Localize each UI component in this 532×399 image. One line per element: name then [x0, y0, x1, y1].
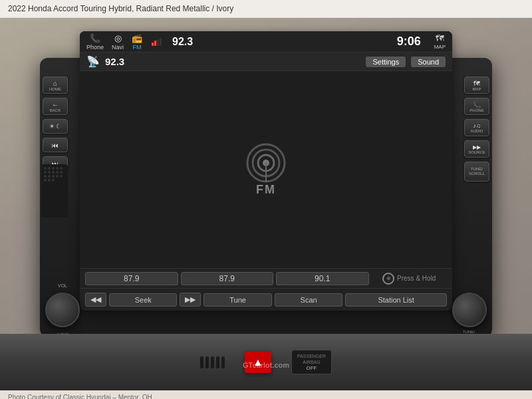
- map-topbar-icon: 🗺: [436, 33, 444, 43]
- watermark-text: GTcarlot.com: [243, 361, 289, 369]
- phone-label: PHONE: [469, 108, 483, 112]
- left-nav-cluster: ⌂ HOME ← BACK ☀ ☾ ⏮ ⏭: [43, 76, 68, 171]
- map-button[interactable]: 🗺 MAP: [464, 76, 489, 94]
- center-vents: [200, 356, 225, 368]
- back-icon: ←: [52, 101, 59, 108]
- clock-display: 9:06: [397, 35, 421, 49]
- seek-back-button[interactable]: ◀◀: [85, 293, 106, 307]
- fm-antenna-icon: [243, 143, 289, 183]
- page-title: 2022 Honda Accord Touring Hybrid, Radian…: [8, 4, 233, 13]
- airbag-indicator: PASSENGER AIRBAG OFF: [291, 350, 332, 374]
- settings-button[interactable]: Settings: [366, 57, 406, 67]
- footer-bar: Photo Courtesy of Classic Hyundai – Ment…: [0, 390, 532, 399]
- phone-button[interactable]: 📞 PHONE: [464, 98, 489, 115]
- photo-area: ⌂ HOME ← BACK ☀ ☾ ⏮ ⏭: [0, 18, 532, 390]
- screen-bezel: 📞 Phone ◎ Navi 📻 FM 92.3: [80, 31, 452, 311]
- infotainment-screen: 📞 Phone ◎ Navi 📻 FM 92.3: [80, 31, 452, 311]
- antenna-icon: 📡: [86, 55, 100, 68]
- navi-tab-icon: ◎: [114, 33, 122, 43]
- fm-tab-label: FM: [133, 44, 142, 51]
- footer-credit: Photo Courtesy of Classic Hyundai – Ment…: [8, 394, 152, 400]
- map-label: MAP: [472, 87, 481, 91]
- home-icon: ⌂: [53, 80, 57, 87]
- right-nav-cluster: 🗺 MAP 📞 PHONE ♪♫ AUDIO ▶▶ SOURCE TUNE/SC…: [464, 76, 489, 182]
- brightness-button[interactable]: ☀ ☾: [43, 119, 68, 134]
- map-topbar-label: MAP: [434, 44, 446, 50]
- brightness-icon: ☀ ☾: [49, 123, 62, 130]
- current-station-freq: 92.3: [105, 56, 124, 67]
- audio-icon: ♪♫: [473, 122, 480, 129]
- screen-main-area: FM: [80, 71, 452, 268]
- preset-1[interactable]: 87.9: [85, 272, 178, 285]
- back-button[interactable]: ← BACK: [43, 98, 68, 115]
- phone-icon: 📞: [473, 101, 481, 108]
- tune-scroll-button[interactable]: TUNE/SCROLL: [464, 162, 489, 182]
- seek-fwd-button[interactable]: ▶▶: [180, 293, 201, 307]
- navi-tab[interactable]: ◎ Navi: [112, 33, 124, 51]
- source-label: SOURCE: [468, 150, 485, 154]
- navi-tab-label: Navi: [112, 44, 124, 51]
- map-icon: 🗺: [473, 80, 480, 87]
- press-hold-area: ⊕ Press & Hold: [372, 273, 448, 285]
- prev-track-icon: ⏮: [52, 142, 59, 149]
- scan-button[interactable]: Scan: [275, 293, 342, 307]
- watermark-overlay: GTcarlot.com: [243, 358, 289, 370]
- home-label: HOME: [49, 87, 61, 91]
- fm-text-label: FM: [256, 183, 276, 197]
- fm-logo: FM: [243, 143, 289, 197]
- phone-tab-label: Phone: [86, 44, 104, 51]
- phone-tab[interactable]: 📞 Phone: [86, 33, 104, 51]
- press-hold-label: Press & Hold: [397, 275, 436, 282]
- airbag-label: PASSENGER AIRBAG: [297, 353, 326, 365]
- tune-scroll-label: TUNE/SCROLL: [469, 167, 485, 176]
- back-label: BACK: [50, 108, 61, 112]
- station-list-button[interactable]: Station List: [345, 293, 447, 307]
- audio-label: AUDIO: [470, 129, 483, 133]
- main-frequency: 92.3: [172, 36, 193, 48]
- vol-knob[interactable]: VOL AUDIO: [45, 293, 80, 327]
- seek-button[interactable]: Seek: [109, 293, 177, 307]
- preset-2[interactable]: 87.9: [181, 272, 274, 285]
- controls-row: ◀◀ Seek ▶▶ Tune Scan Station List: [80, 288, 452, 311]
- screen-topbar: 📞 Phone ◎ Navi 📻 FM 92.3: [80, 31, 452, 53]
- prev-track-button[interactable]: ⏮: [43, 138, 68, 152]
- source-button[interactable]: ▶▶ SOURCE: [464, 140, 489, 158]
- airbag-status: OFF: [297, 365, 326, 371]
- screen-secondbar: 📡 92.3 Settings Sound: [80, 53, 452, 71]
- phone-tab-icon: 📞: [90, 33, 100, 43]
- tune-scroll-knob[interactable]: TUNE/SCROLL: [452, 293, 487, 327]
- home-button[interactable]: ⌂ HOME: [43, 76, 68, 94]
- vol-knob-label: VOL: [45, 283, 80, 288]
- hold-circle-icon: ⊕: [382, 273, 394, 285]
- fm-tab[interactable]: 📻 FM: [132, 33, 142, 51]
- sound-button[interactable]: Sound: [411, 57, 446, 67]
- page-header: 2022 Honda Accord Touring Hybrid, Radian…: [0, 0, 532, 18]
- preset-3[interactable]: 90.1: [276, 272, 369, 285]
- source-icon: ▶▶: [473, 144, 481, 150]
- signal-strength: [152, 38, 162, 46]
- fm-tab-icon: 📻: [132, 33, 142, 43]
- speaker-grille-left: [41, 164, 68, 217]
- presets-row: 87.9 87.9 90.1 ⊕ Press & Hold: [80, 268, 452, 288]
- tune-button[interactable]: Tune: [203, 293, 271, 307]
- audio-button[interactable]: ♪♫ AUDIO: [464, 119, 489, 136]
- map-topbar-btn[interactable]: 🗺 MAP: [434, 33, 446, 50]
